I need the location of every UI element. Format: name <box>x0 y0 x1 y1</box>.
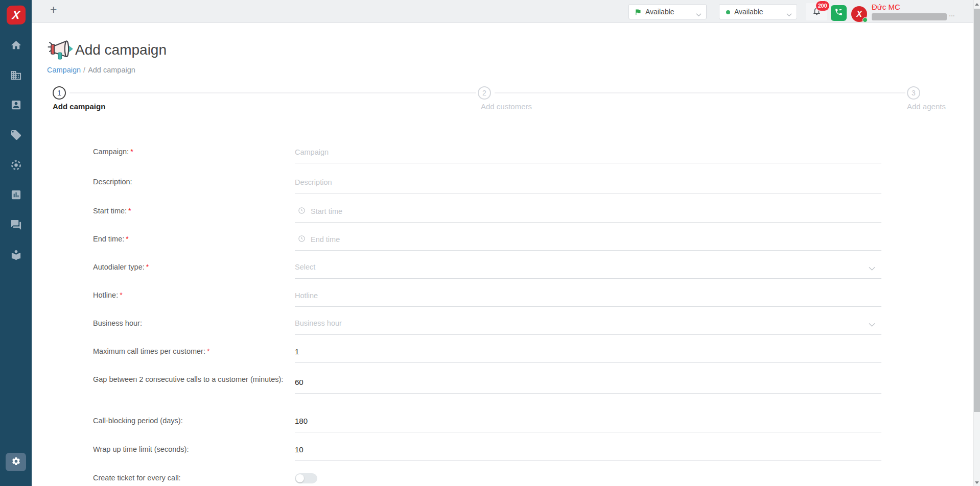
field-label: Autodialer type:* <box>93 256 293 279</box>
clock-icon <box>298 207 306 216</box>
contacts-icon <box>10 99 22 113</box>
sidebar-item-reports[interactable] <box>0 185 32 206</box>
campaign-input-wrap <box>295 140 881 163</box>
sidebar-item-chat[interactable] <box>0 215 32 236</box>
required-marker: * <box>120 291 122 299</box>
megaphone-icon <box>47 39 74 62</box>
step-connector-line <box>69 92 476 93</box>
sidebar-item-settings[interactable] <box>6 453 26 471</box>
step-2-label: Add customers <box>481 102 532 111</box>
form-row-business-hour: Business hour: Business hour <box>93 312 881 335</box>
topbar: + Available Available 200 X Đức MC ... <box>32 0 973 23</box>
form-row-end-time: End time:* <box>93 228 881 251</box>
field-label: Campaign:* <box>93 140 293 163</box>
sidebar-item-contacts[interactable] <box>0 95 32 116</box>
field-label: Create ticket for every call: <box>93 467 293 486</box>
brand-logo-letter: X <box>12 8 20 22</box>
form-row-max-call-times: Maximum call times per customer:* <box>93 340 881 363</box>
required-marker: * <box>130 148 133 156</box>
user-detail-redacted <box>872 13 947 20</box>
new-tab-button[interactable]: + <box>50 3 57 17</box>
step-2-circle: 2 <box>478 86 491 100</box>
app-root: X + Availabl <box>0 0 980 486</box>
agent-status-dropdown[interactable]: Available <box>628 4 707 19</box>
sidebar-item-campaigns[interactable] <box>0 156 32 176</box>
notification-count-badge: 200 <box>815 1 830 11</box>
scrollbar-down-arrow[interactable] <box>975 481 979 484</box>
breadcrumb-campaign-link[interactable]: Campaign <box>47 66 81 74</box>
step-3-label: Add agents <box>907 102 946 111</box>
form-row-create-ticket: Create ticket for every call: <box>93 467 881 486</box>
max-call-times-input-wrap <box>295 340 881 363</box>
reports-icon <box>10 189 22 203</box>
scrollbar-thumb[interactable] <box>974 9 980 412</box>
tag-icon <box>10 129 22 143</box>
call-blocking-period-input[interactable] <box>295 409 881 432</box>
field-label: Call-blocking period (days): <box>93 409 293 432</box>
sidebar-item-tags[interactable] <box>0 126 32 146</box>
form-row-call-blocking-period: Call-blocking period (days): <box>93 409 881 432</box>
green-flag-icon <box>634 8 642 18</box>
required-marker: * <box>126 235 128 243</box>
field-label: Business hour: <box>93 312 293 335</box>
breadcrumb: Campaign/Add campaign <box>47 66 135 74</box>
max-call-times-input[interactable] <box>295 340 881 362</box>
end-time-input[interactable] <box>295 228 881 250</box>
campaign-input[interactable] <box>295 140 881 163</box>
field-label: End time:* <box>93 228 293 251</box>
toggle-knob <box>296 474 304 482</box>
business-hour-select[interactable]: Business hour <box>295 312 881 335</box>
hotline-input-wrap <box>295 284 881 307</box>
form-row-description: Description: <box>93 171 881 193</box>
description-input[interactable] <box>295 171 881 193</box>
start-time-picker[interactable] <box>295 200 881 223</box>
wrap-up-time-input[interactable] <box>295 438 881 460</box>
avatar-letter: X <box>856 10 862 19</box>
clock-icon <box>298 235 306 245</box>
gear-icon <box>11 456 21 468</box>
sidebar-item-knowledge[interactable] <box>0 246 32 266</box>
user-avatar[interactable]: X <box>851 6 867 22</box>
end-time-picker[interactable] <box>295 228 881 251</box>
required-marker: * <box>207 347 209 355</box>
description-input-wrap <box>295 171 881 193</box>
sidebar-item-home[interactable] <box>0 36 32 56</box>
home-icon <box>10 39 22 53</box>
chevron-down-icon <box>869 264 875 273</box>
chevron-down-icon <box>869 320 875 329</box>
gap-between-calls-input[interactable] <box>295 371 881 393</box>
scrollbar-up-arrow[interactable] <box>975 3 979 6</box>
required-marker: * <box>146 263 149 271</box>
step-connector-line <box>495 92 905 93</box>
call-button[interactable] <box>831 5 847 21</box>
form-row-wrap-up-time: Wrap up time limit (seconds): <box>93 438 881 461</box>
field-label: Start time:* <box>93 200 293 223</box>
chevron-down-icon <box>696 10 702 19</box>
call-status-dropdown[interactable]: Available <box>719 4 797 19</box>
scrollbar <box>973 0 980 486</box>
form-row-campaign: Campaign:* <box>93 140 881 163</box>
field-label: Maximum call times per customer:* <box>93 340 293 363</box>
sidebar-item-company[interactable] <box>0 66 32 86</box>
knowledge-icon <box>10 249 22 263</box>
field-label: Hotline:* <box>93 284 293 307</box>
start-time-input[interactable] <box>295 200 881 222</box>
hotline-input[interactable] <box>295 284 881 306</box>
create-ticket-toggle[interactable] <box>295 473 317 483</box>
form-row-start-time: Start time:* <box>93 200 881 223</box>
autodialer-type-select[interactable]: Select <box>295 256 881 279</box>
field-label: Wrap up time limit (seconds): <box>93 438 293 461</box>
call-blocking-period-input-wrap <box>295 409 881 432</box>
chevron-down-icon <box>786 10 792 19</box>
company-icon <box>10 69 22 83</box>
field-label: Gap between 2 consecutive calls to a cus… <box>93 371 293 385</box>
form-row-hotline: Hotline:* <box>93 284 881 307</box>
brand-logo[interactable]: X <box>7 5 26 25</box>
page-title: Add campaign <box>75 42 167 58</box>
required-marker: * <box>128 207 131 215</box>
agent-status-value: Available <box>645 5 674 19</box>
user-name[interactable]: Đức MC <box>872 3 900 11</box>
autodialer-type-value: Select <box>295 256 881 278</box>
breadcrumb-current: Add campaign <box>88 66 135 74</box>
step-1-label: Add campaign <box>53 102 105 111</box>
